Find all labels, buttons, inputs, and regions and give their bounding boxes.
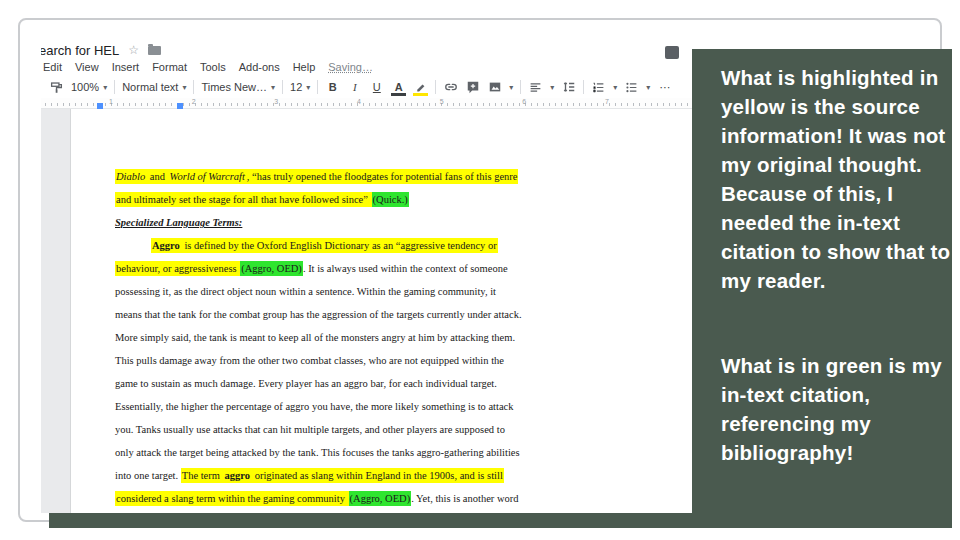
doc-text-segment: game to sustain as much damage. Every pl…: [115, 378, 497, 389]
menu-item-help[interactable]: Help: [293, 61, 316, 73]
paint-format-icon[interactable]: [49, 79, 64, 95]
saving-status: Saving…: [328, 61, 373, 73]
separator: [435, 80, 436, 94]
paragraph-style-select[interactable]: Normal text▾: [122, 81, 186, 93]
text-color-button[interactable]: A: [391, 79, 406, 95]
doc-line: Essentially, the higher the percentage o…: [115, 395, 522, 418]
chevron-down-icon: ▾: [306, 83, 310, 92]
font-value: Times New…: [201, 81, 267, 93]
line-spacing-icon[interactable]: [561, 79, 576, 95]
insert-comment-icon[interactable]: [465, 79, 480, 95]
bold-button[interactable]: B: [325, 79, 340, 95]
zoom-value: 100%: [71, 81, 99, 93]
doc-line: into one target. The term aggro originat…: [115, 464, 522, 487]
highlighted-source-text: originated as slang within England in th…: [251, 468, 504, 483]
in-text-citation: (Aggro, OED): [240, 261, 303, 276]
separator: [282, 80, 283, 94]
insert-image-icon[interactable]: [487, 79, 502, 95]
document-text[interactable]: Diablo and World of Warcraft, “has truly…: [115, 165, 522, 513]
chevron-down-icon[interactable]: ▾: [613, 83, 617, 92]
highlighted-source-text: The term: [181, 468, 224, 483]
star-icon[interactable]: ☆: [128, 44, 139, 56]
separator: [193, 80, 194, 94]
doc-line: This pulls damage away from the other tw…: [115, 349, 522, 372]
in-text-citation: (Aggro, OED): [349, 491, 412, 506]
ruler[interactable]: 1234567: [41, 98, 692, 109]
chevron-down-icon: ▾: [103, 83, 107, 92]
font-select[interactable]: Times New…▾: [201, 81, 275, 93]
highlighted-source-text: Diablo: [115, 169, 146, 184]
highlighted-source-text: considered a slang term within the gamin…: [115, 491, 349, 506]
bulleted-list-icon[interactable]: [624, 79, 639, 95]
style-value: Normal text: [122, 81, 178, 93]
menu-item-addons[interactable]: Add-ons: [239, 61, 280, 73]
doc-title[interactable]: earch for HEL: [41, 43, 119, 58]
doc-line: you. Tanks usually use attacks that can …: [115, 418, 522, 441]
doc-line: possessing it, as the direct object noun…: [115, 280, 522, 303]
doc-line: More simply said, the tank is meant to k…: [115, 326, 522, 349]
slide-frame: earch for HEL ☆ EditViewInsertFormatTool…: [18, 18, 942, 522]
numbered-list-icon[interactable]: [591, 79, 606, 95]
separator: [583, 80, 584, 94]
separator: [317, 80, 318, 94]
chevron-down-icon[interactable]: ▾: [550, 83, 554, 92]
doc-text-segment: into one target.: [115, 470, 181, 481]
font-size-select[interactable]: 12▾: [290, 81, 310, 93]
doc-text-segment: means that the tank for the combat group…: [115, 309, 522, 320]
chevron-down-icon: ▾: [182, 83, 186, 92]
doc-text-segment: This pulls damage away from the other tw…: [115, 355, 504, 366]
doc-text-segment: Essentially, the higher the percentage o…: [115, 401, 514, 412]
menu-item-view[interactable]: View: [75, 61, 99, 73]
doc-text-segment: only attack the target being attacked by…: [115, 447, 520, 458]
highlight-color-button[interactable]: [413, 79, 428, 95]
menu-item-tools[interactable]: Tools: [200, 61, 226, 73]
doc-text-segment: Specialized Language Terms:: [115, 217, 242, 228]
doc-line: and ultimately set the stage for all tha…: [115, 188, 522, 211]
doc-text-segment: . It is always used within the context o…: [303, 263, 508, 274]
menu-item-format[interactable]: Format: [152, 61, 187, 73]
doc-line: that has a largely negative connotation …: [115, 510, 522, 513]
ruler-number: 6: [522, 98, 526, 105]
zoom-select[interactable]: 100%▾: [71, 81, 107, 93]
highlighted-source-text: is defined by the Oxford English Diction…: [181, 238, 498, 253]
align-left-icon[interactable]: [528, 79, 543, 95]
highlighted-source-text: Aggro: [151, 238, 181, 253]
doc-line: Aggro is defined by the Oxford English D…: [115, 234, 522, 257]
document-page[interactable]: Diablo and World of Warcraft, “has truly…: [71, 109, 692, 513]
doc-line: game to sustain as much damage. Every pl…: [115, 372, 522, 395]
more-toolbar-button[interactable]: ⋯: [657, 79, 672, 95]
annotation-paragraph-green: What is in green is my in-text citation,…: [721, 351, 953, 467]
doc-line: only attack the target being attacked by…: [115, 441, 522, 464]
doc-line: Specialized Language Terms:: [115, 211, 522, 234]
doc-line: considered a slang term within the gamin…: [115, 487, 522, 510]
chevron-down-icon[interactable]: ▾: [509, 83, 513, 92]
doc-line: means that the tank for the combat group…: [115, 303, 522, 326]
annotation-paragraph-yellow: What is highlighted in yellow is the sou…: [721, 63, 953, 295]
document-canvas: Diablo and World of Warcraft, “has truly…: [41, 109, 692, 513]
highlighted-source-text: World of Warcraft: [169, 169, 246, 184]
ruler-number: 7: [605, 98, 609, 105]
google-docs-screenshot: earch for HEL ☆ EditViewInsertFormatTool…: [41, 40, 692, 513]
in-text-citation: (Quick.): [372, 192, 409, 207]
insert-link-icon[interactable]: [443, 79, 458, 95]
folder-icon[interactable]: [148, 46, 161, 55]
menu-item-edit[interactable]: Edit: [43, 61, 62, 73]
doc-line: behaviour, or aggressiveness (Aggro, OED…: [115, 257, 522, 280]
separator: [114, 80, 115, 94]
chevron-down-icon[interactable]: ▾: [646, 83, 650, 92]
ruler-number: 3: [274, 98, 278, 105]
underline-button[interactable]: U: [369, 79, 384, 95]
highlighted-source-text: behaviour, or aggressiveness: [115, 261, 240, 276]
doc-titlebar: earch for HEL ☆: [41, 41, 692, 59]
ruler-numbers: 1234567: [109, 98, 609, 105]
highlighted-source-text: and ultimately set the stage for all tha…: [115, 192, 372, 207]
italic-button[interactable]: I: [347, 79, 362, 95]
doc-text-segment: More simply said, the tank is meant to k…: [115, 332, 515, 343]
doc-line: Diablo and World of Warcraft, “has truly…: [115, 165, 522, 188]
separator: [520, 80, 521, 94]
doc-text-segment: . Yet, this is another word: [411, 493, 518, 504]
menu-item-insert[interactable]: Insert: [112, 61, 140, 73]
cropped-toolbar-button[interactable]: [665, 46, 679, 59]
doc-menubar: EditViewInsertFormatToolsAdd-onsHelpSavi…: [43, 59, 373, 74]
ruler-number: 2: [192, 98, 196, 105]
